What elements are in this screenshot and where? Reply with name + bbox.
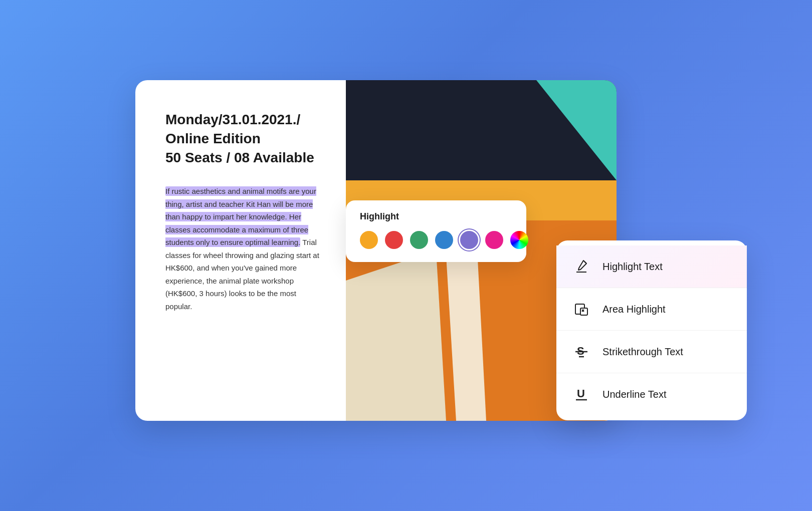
svg-marker-5 [346,250,446,421]
highlight-text-icon [570,256,592,278]
menu-item-highlight-text[interactable]: Highlight Text [556,245,747,288]
underline-text-icon: U [570,383,592,405]
menu-label-underline-text: Underline Text [602,389,666,400]
menu-item-strikethrough-text[interactable]: S Strikethrough Text [556,331,747,373]
swatch-rainbow[interactable] [510,231,528,249]
context-menu: Highlight Text Area Highlight S [556,240,747,420]
doc-left-panel: Monday/31.01.2021./Online Edition50 Seat… [135,80,346,421]
highlight-picker-popup: Highlight [346,200,526,262]
swatch-purple[interactable] [460,231,478,249]
menu-item-underline-text[interactable]: U Underline Text [556,373,747,415]
menu-label-highlight-text: Highlight Text [602,261,663,273]
doc-title: Monday/31.01.2021./Online Edition50 Seat… [165,110,321,167]
svg-text:U: U [577,387,585,400]
highlight-picker-title: Highlight [360,211,512,222]
swatch-pink[interactable] [485,231,503,249]
highlighted-text: If rustic aesthetics and animal motifs a… [165,186,316,247]
menu-label-strikethrough-text: Strikethrough Text [602,346,683,358]
strikethrough-text-icon: S [570,341,592,363]
doc-body: If rustic aesthetics and animal motifs a… [165,185,321,313]
body-text-regular: Trial classes for wheel throwing and gla… [165,238,319,311]
menu-item-area-highlight[interactable]: Area Highlight [556,288,747,331]
menu-label-area-highlight: Area Highlight [602,304,666,315]
swatch-green[interactable] [410,231,428,249]
color-swatches [360,231,512,249]
swatch-red[interactable] [385,231,403,249]
svg-text:S: S [577,345,584,357]
main-scene: Monday/31.01.2021./Online Edition50 Seat… [105,50,707,461]
swatch-yellow[interactable] [360,231,378,249]
swatch-blue[interactable] [435,231,453,249]
area-highlight-icon [570,298,592,320]
